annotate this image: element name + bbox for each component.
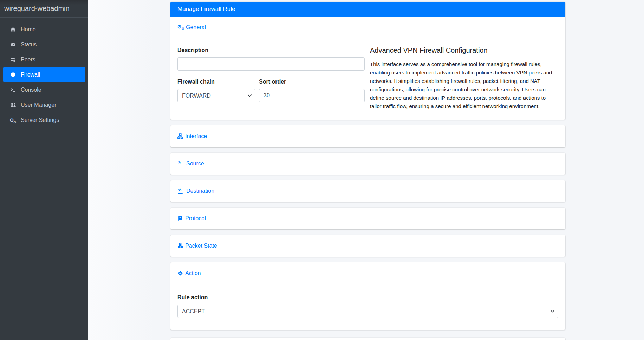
section-general-header: ⚙⚙ General	[170, 17, 565, 38]
section-interface-link[interactable]: Interface	[177, 133, 207, 139]
sidebar-item-label: Home	[21, 27, 36, 32]
gears-icon: ⚙⚙	[177, 24, 184, 31]
section-label: Protocol	[185, 215, 206, 222]
sidebar-item-label: Server Settings	[21, 117, 59, 123]
firewall-chain-label: Firewall chain	[177, 78, 255, 86]
page-title: Manage Firewall Rule	[177, 6, 235, 13]
section-destination-link[interactable]: ✈ Destination	[177, 188, 214, 194]
section-label: Source	[186, 161, 204, 167]
section-label: Packet State	[185, 243, 217, 249]
firewall-chain-select[interactable]: FORWARD	[177, 89, 255, 102]
content-area: Manage Firewall Rule ⚙⚙ General Descript…	[88, 0, 644, 340]
section-action-link[interactable]: Action	[177, 270, 201, 276]
description-group: Description	[177, 46, 365, 71]
shield-icon	[10, 72, 16, 78]
destination-section-card: ✈ Destination	[170, 180, 565, 202]
sidebar-item-status[interactable]: Status	[3, 37, 85, 52]
sidebar-item-label: User Manager	[21, 102, 56, 108]
section-source-link[interactable]: ✈ Source	[177, 161, 204, 167]
sidebar: wireguard-webadmin Home Status Peers Fi	[0, 0, 88, 340]
users-icon	[10, 102, 16, 108]
sidebar-item-firewall[interactable]: Firewall	[3, 67, 85, 82]
book-icon	[177, 216, 183, 221]
home-icon	[10, 27, 16, 32]
users-gear-icon	[10, 57, 16, 63]
interface-section-card: Interface	[170, 125, 565, 147]
packet-state-section-card: Packet State	[170, 235, 565, 257]
info-body: This interface serves as a comprehensive…	[370, 60, 558, 111]
terminal-icon	[10, 87, 16, 93]
rule-action-label: Rule action	[177, 293, 558, 302]
protocol-section-card: Protocol	[170, 208, 565, 229]
rule-action-select[interactable]: ACCEPT	[177, 305, 558, 318]
gears-icon: ⚙⚙	[10, 117, 16, 123]
section-label: Destination	[186, 188, 214, 194]
section-action-header: Action	[170, 262, 565, 284]
sidebar-item-label: Console	[21, 87, 41, 93]
sidebar-item-server-settings[interactable]: ⚙⚙ Server Settings	[3, 112, 85, 128]
section-general-link[interactable]: ⚙⚙ General	[177, 24, 206, 31]
sidebar-item-label: Status	[21, 42, 37, 47]
section-label: Interface	[185, 133, 207, 139]
sidebar-nav: Home Status Peers Firewall Console	[0, 18, 88, 128]
source-section-card: ✈ Source	[170, 153, 565, 175]
card-header: Manage Firewall Rule	[170, 2, 565, 17]
sidebar-item-peers[interactable]: Peers	[3, 52, 85, 67]
sidebar-item-label: Peers	[21, 57, 35, 63]
action-section-body: Rule action ACCEPT	[170, 284, 565, 330]
description-label: Description	[177, 46, 365, 54]
sort-order-input[interactable]	[259, 89, 365, 102]
diamond-turn-right-icon	[177, 270, 183, 276]
description-input[interactable]	[177, 57, 365, 71]
section-packet-state-link[interactable]: Packet State	[177, 243, 217, 249]
plane-departure-icon: ✈	[177, 161, 184, 166]
section-protocol-link[interactable]: Protocol	[177, 215, 206, 222]
manage-firewall-rule-card: Manage Firewall Rule ⚙⚙ General Descript…	[170, 2, 565, 120]
sidebar-item-console[interactable]: Console	[3, 82, 85, 97]
cubes-icon	[177, 243, 183, 249]
info-title: Advanced VPN Firewall Configuration	[370, 46, 558, 54]
sort-order-group: Sort order	[259, 78, 365, 102]
gauge-icon	[10, 42, 16, 47]
plane-arrival-icon: ✈	[177, 188, 184, 194]
sitemap-icon	[177, 133, 183, 139]
section-label: General	[186, 24, 206, 31]
general-section-body: Description Firewall chain FORWARD	[170, 38, 565, 120]
brand-link[interactable]: wireguard-webadmin	[0, 0, 88, 18]
sidebar-item-user-manager[interactable]: User Manager	[3, 97, 85, 112]
brand-text: wireguard-webadmin	[4, 5, 70, 13]
firewall-chain-group: Firewall chain FORWARD	[177, 78, 255, 102]
section-label: Action	[185, 270, 201, 276]
sort-order-label: Sort order	[259, 78, 365, 86]
sidebar-item-home[interactable]: Home	[3, 22, 85, 37]
action-section-card: Action Rule action ACCEPT	[170, 262, 565, 330]
next-section-card-sliver	[170, 338, 565, 340]
sidebar-item-label: Firewall	[21, 72, 40, 78]
